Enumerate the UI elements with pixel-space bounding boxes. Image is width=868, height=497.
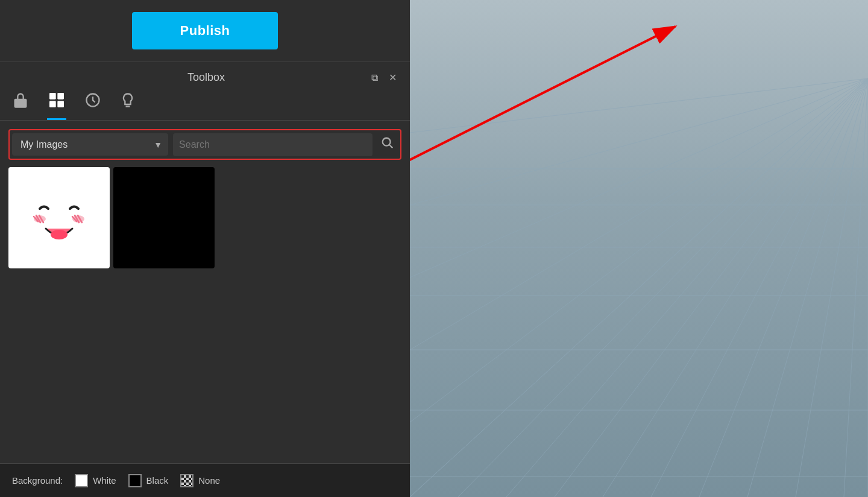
toolbox-title: Toolbox [42, 71, 370, 84]
bg-none-label: None [198, 475, 220, 486]
search-input[interactable] [173, 133, 373, 156]
tabs-row [0, 84, 410, 121]
tab-grid[interactable] [47, 90, 66, 120]
svg-point-15 [51, 230, 68, 239]
search-button[interactable] [377, 133, 398, 156]
clock-icon [84, 92, 101, 113]
tab-lock[interactable] [12, 92, 29, 119]
tab-ideas[interactable] [119, 92, 136, 119]
close-window-button[interactable]: ✕ [388, 71, 398, 84]
bottom-bar: Background: White Black None [0, 463, 410, 497]
restore-window-button[interactable]: ⧉ [370, 71, 379, 84]
viewport-bg [410, 0, 868, 497]
toolbox-section: Toolbox ⧉ ✕ [0, 62, 410, 497]
top-area: Publish [0, 0, 410, 62]
category-select-wrapper: My Images All Images Recent ▼ [12, 133, 168, 156]
category-select[interactable]: My Images All Images Recent [12, 133, 168, 156]
tab-recent[interactable] [84, 92, 101, 119]
svg-point-5 [383, 138, 391, 146]
svg-rect-1 [57, 93, 64, 100]
bg-swatch-none [180, 474, 193, 487]
publish-button[interactable]: Publish [132, 12, 278, 49]
toolbox-window-controls: ⧉ ✕ [370, 71, 398, 84]
svg-line-6 [389, 145, 393, 148]
viewport-grid [410, 0, 868, 497]
bg-option-black[interactable]: Black [128, 474, 169, 487]
bg-white-label: White [93, 475, 116, 486]
svg-rect-2 [49, 101, 56, 107]
left-panel: Publish Toolbox ⧉ ✕ [0, 0, 410, 497]
image-item-face[interactable] [8, 167, 110, 268]
image-item-black[interactable] [113, 167, 215, 268]
bulb-icon [119, 92, 136, 113]
filter-row: My Images All Images Recent ▼ [8, 129, 401, 160]
content-area: My Images All Images Recent ▼ [0, 121, 410, 497]
lock-icon [12, 92, 29, 113]
bg-black-label: Black [146, 475, 169, 486]
bg-option-none[interactable]: None [180, 474, 220, 487]
right-panel [410, 0, 868, 497]
grid-icon [47, 90, 66, 114]
background-label: Background: [12, 475, 63, 486]
bg-swatch-white [75, 474, 88, 487]
bg-option-white[interactable]: White [75, 474, 116, 487]
svg-rect-3 [57, 101, 64, 107]
toolbox-header: Toolbox ⧉ ✕ [0, 62, 410, 84]
bg-swatch-black [128, 474, 142, 487]
svg-rect-0 [49, 93, 56, 100]
image-grid [8, 167, 401, 489]
